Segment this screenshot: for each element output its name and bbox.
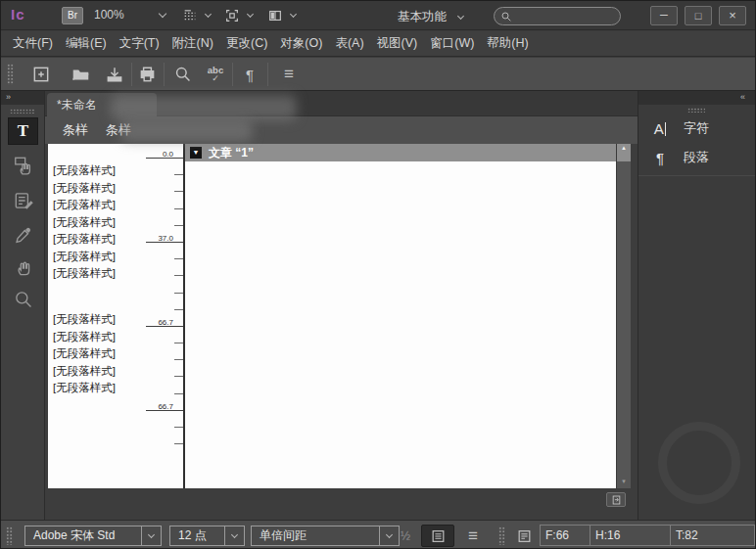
- toolbar-menu-button[interactable]: ≡: [276, 62, 302, 87]
- leading-dropdown[interactable]: 单倍间距: [251, 526, 400, 546]
- ruler-tick-line: [174, 225, 183, 226]
- copyfit-grip[interactable]: [498, 526, 505, 545]
- galley-info-icon: [430, 528, 447, 544]
- copyfit-info-button[interactable]: [511, 526, 537, 546]
- menu-item[interactable]: 视图(V): [377, 35, 418, 52]
- print-icon: [137, 65, 158, 84]
- position-tool-icon: [13, 155, 34, 176]
- ruler-tick: [142, 271, 183, 288]
- hand-icon: [13, 256, 34, 278]
- chevron-down-icon: [379, 526, 399, 545]
- arrange-documents-dropdown[interactable]: [266, 7, 296, 24]
- view-options-dropdown[interactable]: [181, 7, 211, 24]
- screen-mode-dropdown[interactable]: [223, 7, 253, 24]
- hand-tool[interactable]: [8, 253, 38, 281]
- ruler-tick-line: [146, 410, 183, 411]
- galley-text-area[interactable]: ▼ 文章 “1”: [185, 144, 616, 488]
- incopy-logo: Ic: [11, 6, 25, 23]
- toolbar-separator: [232, 63, 233, 86]
- hidden-characters-button[interactable]: ¶: [237, 62, 262, 87]
- ruler-tick: 66.7: [142, 406, 183, 423]
- search-input[interactable]: [516, 11, 610, 23]
- ruler-tick-line: [146, 326, 183, 327]
- font-family-value: Adobe 宋体 Std: [25, 527, 141, 544]
- status-menu-button[interactable]: ≡: [461, 526, 485, 546]
- type-tool-icon: T: [18, 121, 28, 141]
- ruler-tick-line: [174, 359, 183, 360]
- search-box[interactable]: [494, 7, 621, 25]
- type-tool[interactable]: T: [8, 117, 38, 145]
- position-tool[interactable]: [8, 152, 38, 179]
- print-button[interactable]: [134, 62, 160, 87]
- tools-panel: » T: [1, 91, 45, 520]
- ruler-tick: [142, 254, 183, 271]
- menu-item[interactable]: 窗口(W): [430, 35, 474, 52]
- depth-ruler: 0.0: [142, 154, 183, 456]
- line-numbers-button[interactable]: ½: [397, 527, 414, 545]
- status-bar-grip[interactable]: [6, 526, 13, 545]
- toolbar-grip[interactable]: [7, 64, 14, 85]
- menu-item[interactable]: 文字(T): [119, 35, 160, 52]
- toolbar-separator: [164, 63, 165, 86]
- ruler-tick: [142, 355, 183, 372]
- vertical-scrollbar[interactable]: ▲ ▼: [616, 144, 631, 488]
- ruler-tick: [142, 170, 183, 187]
- eyedropper-tool[interactable]: [8, 221, 38, 249]
- open-document-button[interactable]: [68, 62, 93, 87]
- menu-item[interactable]: 附注(N): [172, 35, 213, 52]
- panel-item-character[interactable]: A 字符: [638, 114, 756, 142]
- scroll-up-icon[interactable]: ▲: [617, 144, 631, 161]
- menu-item[interactable]: 对象(O): [280, 35, 322, 52]
- menu-item[interactable]: 更改(C): [226, 35, 267, 52]
- menu-item[interactable]: 表(A): [335, 35, 363, 52]
- toolbar: abc ✓ ¶ ≡: [1, 58, 756, 91]
- page-view-button[interactable]: [606, 492, 626, 507]
- scroll-down-icon[interactable]: ▼: [617, 475, 631, 488]
- titlebar: Ic Br 100% 基本功能: [1, 1, 756, 30]
- bridge-button[interactable]: Br: [62, 7, 83, 24]
- spell-check-button[interactable]: abc ✓: [203, 62, 228, 87]
- tools-panel-grip[interactable]: [10, 109, 35, 114]
- font-size-value: 12 点: [170, 527, 224, 544]
- menu-item[interactable]: 文件(F): [13, 35, 53, 52]
- minimize-button[interactable]: –: [650, 6, 678, 25]
- menu-item[interactable]: 编辑(E): [66, 35, 107, 52]
- workspace-switcher[interactable]: 基本功能: [398, 9, 463, 25]
- zoom-level-dropdown[interactable]: 100%: [94, 8, 165, 22]
- watermark: [658, 422, 740, 504]
- ruler-tick-line: [146, 242, 183, 243]
- zoom-tool[interactable]: [8, 286, 38, 313]
- ruler-tick-line: [174, 258, 183, 259]
- right-panel-grip[interactable]: [687, 108, 705, 113]
- tab-galley[interactable]: 条样: [63, 121, 88, 139]
- ruler-tick-line: [174, 208, 183, 209]
- expand-panel-icon[interactable]: »: [6, 92, 10, 102]
- menu-item[interactable]: 帮助(H): [487, 35, 528, 52]
- note-tool[interactable]: [8, 187, 38, 214]
- new-document-button[interactable]: [28, 62, 54, 87]
- galley-content: [无段落样式][无段落样式][无段落样式][无段落样式][无段落样式][无段落样…: [48, 144, 631, 488]
- toolbar-separator: [267, 63, 268, 86]
- menu-bar: 文件(F)编辑(E)文字(T)附注(N)更改(C)对象(O)表(A)视图(V)窗…: [1, 31, 756, 57]
- stat-h: H:16: [590, 526, 670, 545]
- find-button[interactable]: [170, 62, 196, 87]
- ruler-tick-line: [174, 443, 183, 444]
- chevron-down-icon: [224, 526, 244, 545]
- stat-f: F:66: [541, 526, 590, 545]
- chevron-down-icon: [290, 11, 297, 18]
- ruler-tick: [142, 339, 183, 355]
- ruler-tick-line: [174, 174, 183, 175]
- maximize-button[interactable]: □: [685, 6, 712, 25]
- save-button[interactable]: [102, 62, 127, 87]
- font-family-dropdown[interactable]: Adobe 宋体 Std: [24, 526, 162, 546]
- open-folder-icon: [71, 65, 91, 84]
- font-size-dropdown[interactable]: 12 点: [169, 526, 245, 546]
- close-button[interactable]: ×: [719, 6, 746, 25]
- eyedropper-icon: [13, 224, 34, 246]
- collapse-story-icon[interactable]: ▼: [190, 147, 202, 159]
- collapse-panel-icon[interactable]: «: [740, 92, 745, 102]
- galley-info-toggle[interactable]: [421, 525, 454, 547]
- menu-icon: ≡: [284, 65, 294, 84]
- panel-item-paragraph[interactable]: ¶ 段落: [638, 144, 756, 171]
- ruler-tick: [142, 205, 183, 221]
